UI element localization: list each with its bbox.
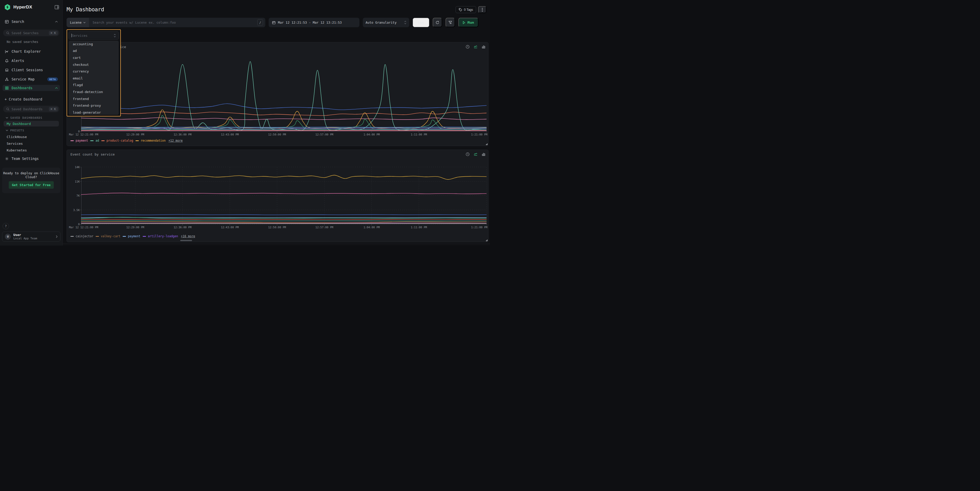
sidebar-item-alerts[interactable]: Alerts [3,57,60,64]
services-filter-select[interactable]: Services [68,31,119,40]
dashboard-menu-button[interactable] [478,6,487,13]
chevron-down-icon [6,117,8,119]
y-tick-label: 11K [75,180,80,183]
user-team: Local App Team [13,237,37,240]
filter-button[interactable] [445,18,455,27]
search-panel-icon [5,19,9,24]
panel-resize-handle[interactable] [486,143,487,145]
service-option-load-generator[interactable]: load-generator [68,109,119,115]
time-range-picker[interactable]: Mar 12 12:21:53 - Mar 12 13:21:53 [269,18,360,27]
service-option-frontend[interactable]: frontend [68,95,119,102]
sidebar-item-chart-explorer[interactable]: Chart Explorer [3,48,60,54]
cloud-card-text: Ready to deploy on ClickHouse [2,171,60,175]
time-options-icon[interactable] [466,152,470,156]
service-option-ad[interactable]: ad [68,48,119,54]
refresh-icon [436,21,439,24]
chart-2-canvas[interactable] [81,167,487,224]
user-menu[interactable]: U User Local App Team [2,232,60,242]
sidebar-header: HyperDX [4,3,59,11]
y-tick-label: 7K [76,194,80,197]
legend-item-payment[interactable]: payment [123,234,140,238]
sidebar-item-client-sessions[interactable]: Client Sessions [3,67,60,73]
legend-more-link[interactable]: +16 more [181,234,195,238]
query-language-select[interactable]: Lucene [67,18,89,27]
run-label: Run [468,21,474,24]
service-option-email[interactable]: email [68,75,119,82]
bell-icon [5,59,9,63]
service-option-cart[interactable]: cart [68,54,119,61]
live-button[interactable]: Live [413,18,430,27]
y-tick-label: 14K [75,165,80,168]
service-option-checkout[interactable]: checkout [68,61,119,68]
chevron-right-icon [56,235,57,238]
legend-item-valkey-cart[interactable]: valkey-cart [95,234,120,238]
tag-icon [459,8,462,11]
service-option-fraud-detection[interactable]: fraud-detection [68,89,119,95]
chevron-down-icon [6,130,8,131]
legend-item-artillery-loadgen[interactable]: artillery-loadgen [143,234,178,238]
time-options-icon[interactable] [466,45,470,49]
chart-panel-1-actions [466,45,486,49]
bar-chart-mode-icon[interactable] [482,152,486,156]
preset-clickhouse[interactable]: ClickHouse [3,134,59,140]
preset-kubernetes[interactable]: Kubernetes [3,147,59,153]
sidebar-item-dashboards[interactable]: Dashboards [3,85,60,91]
section-presets[interactable]: PRESETS [6,129,59,132]
sidebar-item-search[interactable]: Search [3,19,60,25]
panel-resize-handle[interactable] [486,240,487,241]
chart-panel-1: vice 0 Mar 12 12:21:00 PM12:29:00 PM12:3… [67,42,488,146]
x-tick-label: 1:21:00 PM [471,133,487,136]
legend-item-ad[interactable]: ad [90,139,99,142]
service-option-currency[interactable]: currency [68,68,119,75]
chart-svg [81,167,487,224]
tags-button[interactable]: 0 Tags [455,6,476,13]
sidebar: HyperDX Search Saved Searches ⌘ K No sav… [0,0,63,246]
saved-dashboards-input[interactable]: Saved Dashboards ⌘ K [3,106,59,112]
line-chart-mode-icon[interactable] [474,152,478,156]
services-placeholder: Services [72,34,114,38]
refresh-button[interactable] [433,18,442,27]
run-button[interactable]: Run [458,18,479,27]
saved-dashboard-my-dashboard[interactable]: My Dashboard [3,121,59,127]
help-button[interactable]: ? [3,223,9,229]
line-chart-mode-icon[interactable] [474,45,478,49]
create-dashboard-button[interactable]: + Create Dashboard [3,96,60,102]
service-option-frontend-proxy[interactable]: frontend-proxy [68,102,119,109]
chart-1-canvas[interactable] [81,59,487,131]
legend-item-cainjector[interactable]: cainjector [70,234,93,238]
calendar-icon [272,21,275,24]
granularity-select[interactable]: Auto Granularity [363,18,409,27]
query-toolbar: Lucene Search your events w/ Lucene ex. … [67,18,487,27]
time-range-value: Mar 12 12:21:53 - Mar 12 13:21:53 [278,21,342,24]
preset-services[interactable]: Services [3,141,59,146]
bar-chart-mode-icon[interactable] [482,45,486,49]
play-icon [463,21,465,24]
sidebar-item-team-settings[interactable]: Team Settings [3,156,60,162]
x-tick-label: 12:29:00 PM [126,133,144,136]
event-search-bar[interactable]: Lucene Search your events w/ Lucene ex. … [67,18,265,27]
service-option-flagd[interactable]: flagd [68,82,119,89]
legend-item-recommendation[interactable]: recommendation [135,139,165,142]
legend-scrollbar-thumb[interactable] [180,240,192,241]
avatar: U [5,234,11,240]
collapse-sidebar-icon[interactable] [54,5,59,10]
legend-label: product-catalog [107,139,133,142]
sidebar-item-label: Search [11,19,24,24]
legend-item-payment[interactable]: payment [70,139,88,142]
y-tick-label: 3.5K [73,208,80,211]
saved-searches-input[interactable]: Saved Searches ⌘ K [3,30,59,36]
no-saved-searches-text: No saved searches [7,40,38,44]
service-map-icon [5,77,9,81]
chevron-up-icon [55,87,58,89]
sidebar-item-label: Dashboards [11,86,32,90]
chart-panel-2: Event count by service 03.5K7K11K14K Mar… [67,149,488,242]
x-tick-label: 12:43:00 PM [221,226,239,229]
sidebar-item-service-map[interactable]: Service Map BETA [3,76,60,82]
service-option-accounting[interactable]: accounting [68,41,119,48]
get-started-button[interactable]: Get Started for Free [9,181,54,189]
updown-chevron-icon [404,21,406,24]
legend-label: payment [76,139,88,142]
legend-item-product-catalog[interactable]: product-catalog [101,139,133,142]
legend-more-link[interactable]: +12 more [169,139,183,142]
section-saved-dashboards[interactable]: SAVED DASHBOARDS [6,116,59,119]
